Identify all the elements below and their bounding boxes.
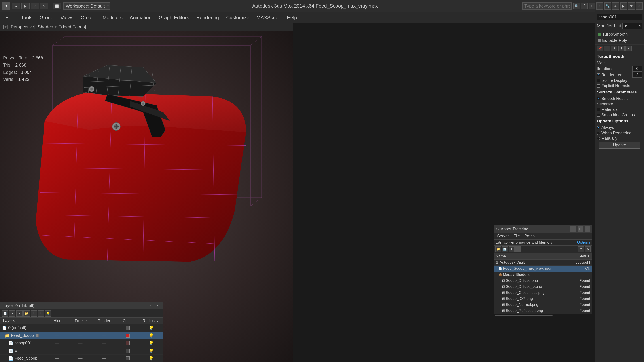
layer-render[interactable]: — xyxy=(92,333,116,338)
table-row[interactable]: 🖼Scoop_Diffuse.png Found xyxy=(494,278,592,284)
layer-hide[interactable]: — xyxy=(45,341,69,346)
layer-row[interactable]: 📄 wh — — — 💡 xyxy=(0,347,163,355)
always-radio[interactable] xyxy=(597,126,600,129)
menu-customize[interactable]: Customize xyxy=(223,14,252,21)
layer-render[interactable]: — xyxy=(92,326,116,330)
layer-radiosity[interactable]: 💡 xyxy=(139,333,163,338)
layer-row[interactable]: 📁 Feed_Scoop — — — 💡 xyxy=(0,332,163,340)
layer-hide[interactable]: — xyxy=(45,333,69,338)
at-scrollbar[interactable] xyxy=(494,314,592,317)
at-tool-3[interactable]: ⬆ xyxy=(509,247,514,252)
layer-freeze[interactable]: — xyxy=(69,356,92,361)
panel-tab-motion[interactable]: ▶ xyxy=(620,2,627,9)
lp-tool-3[interactable]: + xyxy=(16,310,22,317)
at-help-btn[interactable]: ? xyxy=(578,247,584,252)
pin-btn[interactable]: 📌 xyxy=(597,45,603,51)
layer-render[interactable]: — xyxy=(92,341,116,346)
at-close-button[interactable]: ✕ xyxy=(585,226,590,232)
panel-tab-display[interactable]: 👁 xyxy=(628,2,635,9)
layer-freeze[interactable]: — xyxy=(69,326,92,330)
layer-hide[interactable]: — xyxy=(45,348,69,353)
layer-row[interactable]: 📄 scoop001 — — — 💡 xyxy=(0,340,163,347)
layer-color[interactable] xyxy=(116,341,140,345)
menu-graph-editors[interactable]: Graph Editors xyxy=(156,14,192,21)
explicit-normals-checkbox[interactable] xyxy=(597,84,600,88)
lp-tool-6[interactable]: ⬇ xyxy=(38,310,44,317)
workspace-select[interactable]: Workspace: Default xyxy=(63,2,110,9)
layer-radiosity[interactable]: 💡 xyxy=(139,356,163,361)
at-col-name[interactable]: Name xyxy=(494,253,569,260)
table-row[interactable]: 🖼Scoop_Normal.png Found xyxy=(494,302,592,308)
lp-question-btn[interactable]: ? xyxy=(147,303,153,309)
table-row[interactable]: 🏛Autodesk Vault Logged I xyxy=(494,260,592,266)
layer-render[interactable]: — xyxy=(92,348,116,353)
modifier-btn-3[interactable]: ⬇ xyxy=(618,45,624,51)
modifier-btn-1[interactable]: ≡ xyxy=(604,45,610,51)
lp-tool-2[interactable]: ✕ xyxy=(9,310,16,317)
modifier-turbosmooth[interactable]: TurboSmooth xyxy=(597,31,642,37)
help-icon-1[interactable]: ? xyxy=(581,3,588,9)
table-row[interactable]: 🖼Scoop_IOR.png Found xyxy=(494,296,592,302)
at-options-label[interactable]: Options xyxy=(577,240,590,245)
at-tool-1[interactable]: 📁 xyxy=(495,247,501,252)
table-row[interactable]: 🖼Scoop_Glossiness.png Found xyxy=(494,290,592,296)
lp-tool-1[interactable]: 📄 xyxy=(2,310,8,317)
modifier-btn-2[interactable]: ⬆ xyxy=(611,45,618,51)
lp-close-btn[interactable]: ✕ xyxy=(154,303,161,309)
layer-render[interactable]: — xyxy=(92,356,116,361)
help-icon-2[interactable]: ℹ xyxy=(588,3,595,9)
at-menu-paths[interactable]: Paths xyxy=(522,233,536,239)
layer-color[interactable] xyxy=(116,326,140,330)
menu-group[interactable]: Group xyxy=(36,14,56,21)
layer-radiosity[interactable]: 💡 xyxy=(139,341,163,346)
layer-row[interactable]: 📄 Feed_Scoop — — — 💡 xyxy=(0,355,163,362)
manually-radio[interactable] xyxy=(597,137,600,140)
menu-help[interactable]: Help xyxy=(284,14,300,21)
smoothing-groups-checkbox[interactable] xyxy=(597,113,600,117)
layer-radiosity[interactable]: 💡 xyxy=(139,326,163,331)
layer-color[interactable] xyxy=(116,334,140,338)
layer-color[interactable] xyxy=(116,349,140,353)
title-btn-5[interactable]: ⬜ xyxy=(53,3,61,9)
at-maximize-button[interactable]: □ xyxy=(578,226,583,232)
iterations-input[interactable] xyxy=(632,66,642,71)
layer-hide[interactable]: — xyxy=(45,356,69,361)
modifier-list-dropdown[interactable]: ▼ xyxy=(622,23,642,29)
title-btn-2[interactable]: ▶ xyxy=(22,3,30,9)
when-rendering-radio[interactable] xyxy=(597,132,600,135)
menu-rendering[interactable]: Rendering xyxy=(193,14,222,21)
table-row[interactable]: 📦Maps / Shaders xyxy=(494,272,592,278)
layer-color[interactable] xyxy=(116,357,140,361)
layer-hide[interactable]: — xyxy=(45,326,69,330)
menu-create[interactable]: Create xyxy=(78,14,98,21)
layer-row[interactable]: 📄 0 (default) — — — 💡 xyxy=(0,324,163,332)
layer-freeze[interactable]: — xyxy=(69,348,92,353)
modifier-editable-poly[interactable]: Editable Poly xyxy=(597,37,642,43)
lp-tool-7[interactable]: 💡 xyxy=(45,310,51,317)
layer-freeze[interactable]: — xyxy=(69,333,92,338)
smooth-result-checkbox[interactable] xyxy=(597,97,600,100)
update-button[interactable]: Update xyxy=(599,142,640,149)
at-tool-2[interactable]: 🔄 xyxy=(502,247,508,252)
panel-tab-create[interactable]: ✦ xyxy=(596,2,603,9)
modifier-btn-4[interactable]: ✕ xyxy=(626,45,632,51)
at-menu-server[interactable]: Server xyxy=(495,233,511,239)
isoline-checkbox[interactable] xyxy=(597,79,600,82)
title-btn-4[interactable]: ↪ xyxy=(40,3,48,9)
lp-tool-4[interactable]: 📁 xyxy=(24,310,30,317)
lp-tool-5[interactable]: ⬆ xyxy=(31,310,37,317)
at-settings-btn[interactable]: ⚙ xyxy=(585,247,590,252)
menu-animation[interactable]: Animation xyxy=(126,14,155,21)
menu-modifiers[interactable]: Modifiers xyxy=(100,14,126,21)
at-minimize-button[interactable]: ─ xyxy=(570,226,576,232)
search-icon[interactable]: 🔍 xyxy=(573,3,580,9)
menu-maxscript[interactable]: MAXScript xyxy=(253,14,283,21)
render-iters-input[interactable] xyxy=(632,72,642,77)
layer-freeze[interactable]: — xyxy=(69,341,92,346)
menu-edit[interactable]: Edit xyxy=(2,14,17,21)
panel-tab-utilities[interactable]: ⚙ xyxy=(636,2,643,9)
render-iters-checkbox[interactable] xyxy=(597,73,600,76)
table-row[interactable]: 📄Feed_Scoop_max_vray.max Ok xyxy=(494,266,592,272)
title-btn-3[interactable]: ↩ xyxy=(31,3,39,9)
at-menu-file[interactable]: File xyxy=(512,233,522,239)
